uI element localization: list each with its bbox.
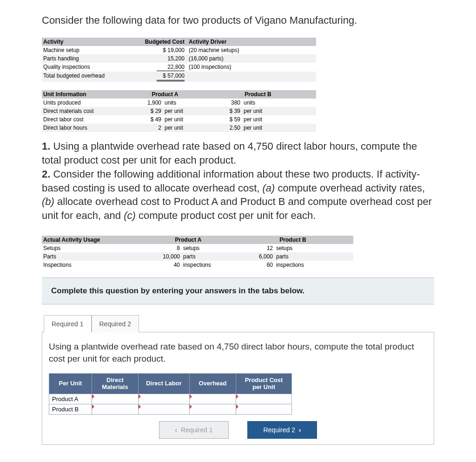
cell: 1,900 [130,99,163,107]
total-value: $ 57,000 [157,72,185,81]
h-usage: Actual Activity Usage [42,236,144,244]
cell: 2 [130,124,163,132]
prev-button[interactable]: ‹ Required 1 [159,421,229,439]
cell: 2.50 [200,124,242,132]
table-row: Direct labor cost [42,115,130,124]
cell: 12 [232,244,274,252]
table-row: Machine setup [42,46,130,54]
instruction-band: Complete this question by entering your … [42,277,434,304]
cell: inspections [274,261,353,269]
col-dm: Direct Materials [92,373,139,394]
question-text: 1. Using a plantwide overhead rate based… [42,139,434,222]
h-prod-b: Product B [232,236,353,244]
cell: per unit [242,115,316,124]
cell: units [242,99,316,107]
h-prod-a: Product A [144,236,232,244]
row-product-b: Product B [49,404,92,414]
chevron-right-icon: › [299,426,301,434]
table-cell: (100 inspections) [186,63,316,72]
cell: per unit [242,124,316,132]
row-product-a: Product A [49,394,92,404]
table-row: Direct materials cost [42,107,130,115]
q1-num: 1. [42,140,50,152]
cell: per unit [242,107,316,115]
chevron-left-icon: ‹ [175,426,178,434]
input-b-cost[interactable] [236,404,292,414]
col-cost: Product Cost per Unit [236,373,292,394]
table-row: Inspections [42,261,144,269]
col-per-unit: Per Unit [49,373,92,394]
cell: 60 [232,261,274,269]
answer-grid: Per Unit Direct Materials Direct Labor O… [49,373,292,415]
table-cell: (20 machine setups) [186,46,316,54]
cell: per unit [163,107,200,115]
intro-text: Consider the following data for two prod… [42,14,434,27]
cell: per unit [163,124,200,132]
cell: $ 59 [200,115,242,124]
input-a-cost[interactable] [236,394,292,404]
nav-bar: ‹ Required 1 Required 2 › [49,421,427,439]
tab-row: Required 1Required 2 [42,315,434,332]
input-a-oh[interactable] [190,394,236,404]
table-cell: (16,000 parts) [186,54,316,63]
table-row: Parts [42,252,144,261]
input-b-oh[interactable] [190,404,236,414]
cell: parts [181,252,232,261]
input-a-dl[interactable] [139,394,190,404]
h-driver: Activity Driver [186,38,316,46]
actual-usage-table: Actual Activity Usage Product A Product … [42,236,353,270]
col-oh: Overhead [190,373,236,394]
input-a-dm[interactable] [92,394,139,404]
table-cell: 22,800 [157,63,185,71]
cell: $ 39 [200,107,242,115]
h-prod-a: Product A [130,90,200,99]
cell: 40 [144,261,181,269]
h-info: Unit Information [42,90,130,99]
cell: parts [274,252,353,261]
h-cost: Budgeted Cost [130,38,186,46]
unit-info-table: Unit Information Product A Product B Uni… [42,90,316,132]
tab-body: Using a plantwide overhead rate based on… [42,332,434,444]
budgeted-cost-table: Activity Budgeted Cost Activity Driver M… [42,38,316,82]
cell: 10,000 [144,252,181,261]
h-activity: Activity [42,38,130,46]
next-label: Required 2 [263,426,295,434]
input-b-dl[interactable] [139,404,190,414]
cell: 6,000 [232,252,274,261]
h-prod-b: Product B [200,90,316,99]
tab-required-1[interactable]: Required 1 [44,315,92,332]
tab-required-2[interactable]: Required 2 [92,315,139,332]
table-row: Parts handling [42,54,130,63]
q2-num: 2. [42,168,50,180]
tab-prompt: Using a plantwide overhead rate based on… [49,341,427,364]
cell: $ 29 [130,107,163,115]
table-row: Units produced [42,99,130,107]
cell: inspections [181,261,232,269]
col-dl: Direct Labor [139,373,190,394]
input-b-dm[interactable] [92,404,139,414]
next-button[interactable]: Required 2 › [247,421,317,439]
table-row: Direct labor hours [42,124,130,132]
table-cell: 15,200 [130,54,186,63]
table-cell: $ 19,000 [130,46,186,54]
table-row: Setups [42,244,144,252]
prev-label: Required 1 [181,426,213,434]
total-label: Total budgeted overhead [42,72,130,81]
cell: setups [274,244,353,252]
cell: $ 49 [130,115,163,124]
cell: 380 [200,99,242,107]
table-row: Quality inspections [42,63,130,72]
cell: per unit [163,115,200,124]
cell: units [163,99,200,107]
cell: 8 [144,244,181,252]
cell: setups [181,244,232,252]
